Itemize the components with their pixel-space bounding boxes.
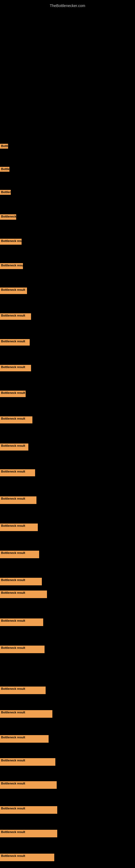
bottleneck-result-item: Bottleneck result bbox=[0, 496, 37, 504]
bottleneck-result-item: Bottleneck result bbox=[0, 710, 52, 718]
bottleneck-result-item: Bottleneck result bbox=[0, 781, 57, 789]
bottleneck-result-item: Bottleneck result bbox=[0, 144, 8, 149]
bottleneck-result-item: Bottleneck result bbox=[0, 646, 45, 653]
bottleneck-result-item: Bottleneck result bbox=[0, 590, 47, 598]
bottleneck-result-item: Bottleneck result bbox=[0, 469, 35, 476]
bottleneck-result-item: Bottleneck result bbox=[0, 806, 57, 814]
bottleneck-result-item: Bottleneck result bbox=[0, 167, 9, 172]
bottleneck-result-item: Bottleneck result bbox=[0, 758, 55, 766]
bottleneck-result-item: Bottleneck result bbox=[0, 190, 11, 195]
bottleneck-result-item: Bottleneck result bbox=[0, 391, 26, 397]
bottleneck-result-item: Bottleneck result bbox=[0, 239, 21, 245]
bottleneck-container: Bottleneck resultBottleneck resultBottle… bbox=[0, 0, 135, 868]
bottleneck-result-item: Bottleneck result bbox=[0, 578, 42, 585]
bottleneck-result-item: Bottleneck result bbox=[0, 551, 39, 558]
bottleneck-result-item: Bottleneck result bbox=[0, 214, 16, 220]
bottleneck-result-item: Bottleneck result bbox=[0, 618, 43, 626]
bottleneck-result-item: Bottleneck result bbox=[0, 313, 31, 320]
bottleneck-result-item: Bottleneck result bbox=[0, 686, 46, 694]
bottleneck-result-item: Bottleneck result bbox=[0, 830, 57, 837]
bottleneck-result-item: Bottleneck result bbox=[0, 735, 49, 743]
bottleneck-result-item: Bottleneck result bbox=[0, 263, 23, 269]
bottleneck-result-item: Bottleneck result bbox=[0, 854, 54, 861]
bottleneck-result-item: Bottleneck result bbox=[0, 365, 31, 371]
bottleneck-result-item: Bottleneck result bbox=[0, 416, 32, 424]
bottleneck-result-item: Bottleneck result bbox=[0, 339, 30, 346]
bottleneck-result-item: Bottleneck result bbox=[0, 287, 27, 294]
bottleneck-result-item: Bottleneck result bbox=[0, 524, 38, 531]
bottleneck-result-item: Bottleneck result bbox=[0, 443, 28, 451]
